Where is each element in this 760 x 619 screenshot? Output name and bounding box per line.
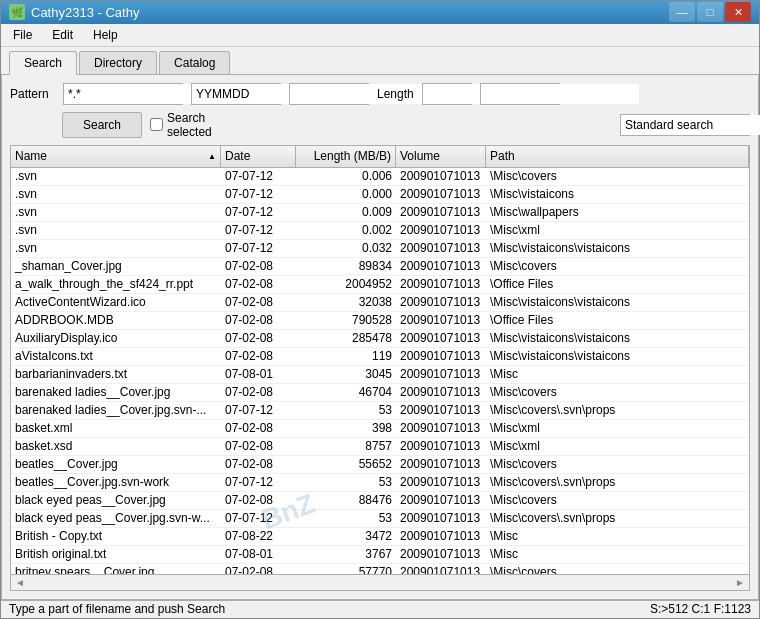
pattern-combo[interactable]: ▼ [63, 83, 183, 105]
menu-file[interactable]: File [5, 26, 40, 44]
table-cell: 07-02-08 [221, 456, 296, 472]
table-row[interactable]: .svn07-07-120.009200901071013\Misc\wallp… [11, 204, 749, 222]
table-row[interactable]: beatles__Cover.jpg07-02-0855652200901071… [11, 456, 749, 474]
tab-catalog[interactable]: Catalog [159, 51, 230, 74]
length-value-field[interactable] [481, 84, 639, 104]
app-icon: 🌿 [9, 4, 25, 20]
col-header-name[interactable]: Name ▲ [11, 146, 221, 167]
table-cell: 200901071013 [396, 204, 486, 220]
table-cell: _shaman_Cover.jpg [11, 258, 221, 274]
table-cell: 53 [296, 474, 396, 490]
table-cell: 07-02-08 [221, 258, 296, 274]
table-cell: 2004952 [296, 276, 396, 292]
table-cell: 285478 [296, 330, 396, 346]
table-row[interactable]: black eyed peas__Cover.jpg.svn-w...07-07… [11, 510, 749, 528]
table-cell: 200901071013 [396, 330, 486, 346]
length-combo[interactable]: ▼ [422, 83, 472, 105]
menu-help[interactable]: Help [85, 26, 126, 44]
table-cell: 200901071013 [396, 510, 486, 526]
table-cell: basket.xml [11, 420, 221, 436]
table-cell: 790528 [296, 312, 396, 328]
minimize-button[interactable]: — [669, 2, 695, 22]
table-row[interactable]: beatles__Cover.jpg.svn-work07-07-1253200… [11, 474, 749, 492]
table-row[interactable]: a_walk_through_the_sf424_rr.ppt07-02-082… [11, 276, 749, 294]
table-cell: 200901071013 [396, 168, 486, 184]
table-row[interactable]: barenaked ladies__Cover.jpg07-02-0846704… [11, 384, 749, 402]
table-cell: 0.002 [296, 222, 396, 238]
table-cell: 07-07-12 [221, 204, 296, 220]
table-cell: British original.txt [11, 546, 221, 562]
table-row[interactable]: basket.xml07-02-08398200901071013\Misc\x… [11, 420, 749, 438]
horizontal-scrollbar[interactable]: ◄ ► [10, 575, 750, 591]
table-cell: \Misc\xml [486, 420, 749, 436]
table-cell: 200901071013 [396, 294, 486, 310]
table-row[interactable]: _shaman_Cover.jpg07-02-08898342009010710… [11, 258, 749, 276]
table-row[interactable]: British - Copy.txt07-08-2234722009010710… [11, 528, 749, 546]
maximize-button[interactable]: □ [697, 2, 723, 22]
table-cell: 89834 [296, 258, 396, 274]
table-cell: 07-02-08 [221, 492, 296, 508]
table-cell: \Misc\covers [486, 258, 749, 274]
table-cell: 07-02-08 [221, 294, 296, 310]
table-row[interactable]: ActiveContentWizard.ico07-02-08320382009… [11, 294, 749, 312]
length-label: Length [377, 87, 414, 101]
table-row[interactable]: British original.txt07-08-01376720090107… [11, 546, 749, 564]
search-selected-checkbox[interactable] [150, 118, 163, 131]
table-cell: 398 [296, 420, 396, 436]
table-cell: barenaked ladies__Cover.jpg [11, 384, 221, 400]
close-button[interactable]: ✕ [725, 2, 751, 22]
table-cell: 32038 [296, 294, 396, 310]
tab-search[interactable]: Search [9, 51, 77, 75]
table-cell: 8757 [296, 438, 396, 454]
col-header-path[interactable]: Path [486, 146, 749, 167]
table-cell: 200901071013 [396, 456, 486, 472]
file-table: BnZ Name ▲ Date Length (MB/B) Volume Pat… [10, 145, 750, 575]
table-cell: 0.006 [296, 168, 396, 184]
table-cell: 53 [296, 402, 396, 418]
table-row[interactable]: .svn07-07-120.002200901071013\Misc\xml [11, 222, 749, 240]
table-cell: 200901071013 [396, 564, 486, 574]
col-header-volume[interactable]: Volume [396, 146, 486, 167]
table-body[interactable]: .svn07-07-120.006200901071013\Misc\cover… [11, 168, 749, 574]
table-row[interactable]: basket.xsd07-02-088757200901071013\Misc\… [11, 438, 749, 456]
table-row[interactable]: barbarianinvaders.txt07-08-0130452009010… [11, 366, 749, 384]
table-cell: \Misc\covers [486, 384, 749, 400]
table-row[interactable]: .svn07-07-120.000200901071013\Misc\vista… [11, 186, 749, 204]
table-cell: \Office Files [486, 312, 749, 328]
table-row[interactable]: AuxiliaryDisplay.ico07-02-08285478200901… [11, 330, 749, 348]
table-cell: 0.032 [296, 240, 396, 256]
search-button[interactable]: Search [62, 112, 142, 138]
table-row[interactable]: .svn07-07-120.006200901071013\Misc\cover… [11, 168, 749, 186]
status-message: Type a part of filename and push Search [9, 602, 225, 616]
col-header-date[interactable]: Date [221, 146, 296, 167]
table-cell: \Misc\covers\.svn\props [486, 402, 749, 418]
table-row[interactable]: black eyed peas__Cover.jpg07-02-08884762… [11, 492, 749, 510]
standard-search-combo[interactable]: ▼ [620, 114, 750, 136]
table-cell: aVistaIcons.txt [11, 348, 221, 364]
date-combo[interactable]: ▼ [191, 83, 281, 105]
table-cell: 07-02-08 [221, 438, 296, 454]
standard-search-input[interactable] [621, 115, 760, 135]
table-cell: a_walk_through_the_sf424_rr.ppt [11, 276, 221, 292]
table-cell: \Misc\covers\.svn\props [486, 510, 749, 526]
date-range-from[interactable]: ▼ [289, 83, 369, 105]
table-row[interactable]: ADDRBOOK.MDB07-02-08790528200901071013\O… [11, 312, 749, 330]
table-row[interactable]: britney spears__Cover.jpg07-02-085777020… [11, 564, 749, 574]
table-cell: 07-08-01 [221, 546, 296, 562]
search-selected-label[interactable]: Searchselected [167, 111, 212, 139]
status-bar: Type a part of filename and push Search … [1, 600, 759, 618]
table-row[interactable]: aVistaIcons.txt07-02-08119200901071013\M… [11, 348, 749, 366]
table-cell: \Misc\vistaicons\vistaicons [486, 240, 749, 256]
table-row[interactable]: .svn07-07-120.032200901071013\Misc\vista… [11, 240, 749, 258]
table-cell: \Misc\covers [486, 492, 749, 508]
table-cell: British - Copy.txt [11, 528, 221, 544]
table-cell: 200901071013 [396, 258, 486, 274]
tab-directory[interactable]: Directory [79, 51, 157, 74]
length-value-input[interactable] [480, 83, 560, 105]
table-cell: \Misc [486, 366, 749, 382]
table-row[interactable]: barenaked ladies__Cover.jpg.svn-...07-07… [11, 402, 749, 420]
col-header-length[interactable]: Length (MB/B) [296, 146, 396, 167]
table-cell: 200901071013 [396, 240, 486, 256]
table-header: Name ▲ Date Length (MB/B) Volume Path [11, 146, 749, 168]
menu-edit[interactable]: Edit [44, 26, 81, 44]
